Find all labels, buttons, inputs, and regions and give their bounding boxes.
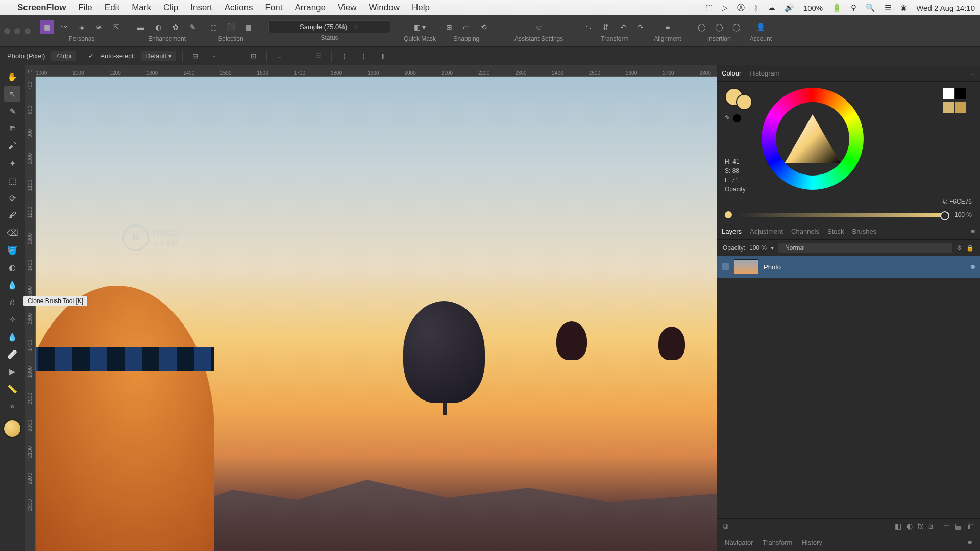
tab-colour[interactable]: Colour	[722, 69, 741, 77]
menu-file[interactable]: File	[78, 3, 92, 13]
healing-tool-icon[interactable]: 🩹	[4, 346, 20, 362]
layer-opacity[interactable]: 100 %	[749, 244, 767, 252]
persona-tone-icon[interactable]: ≋	[92, 20, 106, 34]
wifi-icon[interactable]: ⚲	[851, 3, 856, 12]
cloud-icon[interactable]: ☁	[768, 3, 775, 12]
group-icon[interactable]: ▭	[943, 522, 950, 531]
layer-visible-icon[interactable]	[971, 265, 975, 269]
dist-3-icon[interactable]: ☰	[312, 49, 325, 63]
paint-brush-icon[interactable]: 🖌	[4, 207, 20, 223]
measure-tool-icon[interactable]: 📏	[4, 381, 20, 397]
clone-brush-icon[interactable]: ⎌ Clone Brush Tool [K]	[4, 294, 20, 310]
more-tools-icon[interactable]: »	[4, 398, 20, 414]
lock-icon[interactable]: 🔒	[966, 244, 974, 252]
auto-contrast-icon[interactable]: ◐	[151, 20, 165, 34]
vector-tool-icon[interactable]: ▶	[4, 363, 20, 380]
play-icon[interactable]: ▷	[722, 3, 728, 12]
dist-5-icon[interactable]: ⫿	[357, 49, 371, 63]
fx2-icon[interactable]: fx	[918, 522, 923, 531]
persona-photo-icon[interactable]: ▦	[40, 20, 54, 34]
deselect-icon[interactable]: ⬛	[224, 20, 238, 34]
crop-layer-icon[interactable]: ⧄	[928, 522, 933, 531]
dist-2-icon[interactable]: ≣	[292, 49, 306, 63]
tab-channels[interactable]: Channels	[791, 228, 819, 235]
datetime[interactable]: Wed 2 Aug 14:10	[916, 4, 975, 12]
select-all-icon[interactable]: ⬚	[206, 20, 220, 34]
marquee-tool-icon[interactable]: ⬚	[4, 172, 20, 189]
merge-icon[interactable]: ⧉	[723, 522, 728, 531]
align-4-icon[interactable]: ⊡	[247, 49, 260, 63]
close-dot[interactable]	[4, 28, 10, 34]
insert-1-icon[interactable]: ◯	[695, 20, 709, 34]
fx-icon[interactable]: ⚙	[957, 244, 962, 252]
align-icon[interactable]: ≡	[660, 20, 675, 34]
hex-value[interactable]: F6CE76	[949, 198, 972, 205]
menu-view[interactable]: View	[338, 3, 357, 13]
insert-3-icon[interactable]: ◯	[729, 20, 744, 34]
crop-tool-icon[interactable]: ⧉	[4, 120, 20, 137]
tool-swatch[interactable]	[3, 419, 21, 438]
align-3-icon[interactable]: ⫟	[228, 49, 241, 63]
auto-wb-icon[interactable]: ✎	[186, 20, 200, 34]
canvas[interactable]: R RRCG人人素材	[36, 77, 717, 551]
mini-white[interactable]	[943, 88, 954, 99]
rotate-l-icon[interactable]: ↶	[616, 20, 630, 34]
align-2-icon[interactable]: ⫞	[208, 49, 222, 63]
invert-sel-icon[interactable]: ▦	[241, 20, 255, 34]
adj-icon[interactable]: ◐	[906, 522, 913, 531]
dist-1-icon[interactable]: ≡	[273, 49, 286, 63]
volume-icon[interactable]: 🔊	[785, 3, 794, 12]
mini-c1[interactable]	[943, 102, 954, 113]
bottom-menu-icon[interactable]: ≡	[968, 539, 972, 546]
document-title[interactable]: Sample (75.0%)☆	[268, 20, 390, 33]
snap2-icon[interactable]: ▭	[459, 20, 474, 34]
move-tool-icon[interactable]: ↖	[4, 86, 20, 102]
control-center-icon[interactable]: ☰	[885, 3, 891, 12]
inpaint-tool-icon[interactable]: ✧	[4, 311, 20, 328]
record-icon[interactable]: ⬚	[705, 3, 713, 12]
persona-export-icon[interactable]: ⇱	[109, 20, 124, 34]
selection-brush-icon[interactable]: 🖌	[4, 138, 20, 154]
tab-layers[interactable]: Layers	[722, 228, 742, 235]
blend-mode[interactable]: Normal	[778, 243, 952, 253]
menu-edit[interactable]: Edit	[105, 3, 119, 13]
quickmask-icon[interactable]: ◧ ▾	[413, 20, 427, 34]
mask-icon[interactable]: ◧	[895, 522, 901, 531]
mini-c2[interactable]	[955, 102, 966, 113]
dup-icon[interactable]: ▦	[955, 522, 962, 531]
flip-v-icon[interactable]: ⇵	[599, 20, 613, 34]
layers-menu-icon[interactable]: ≡	[971, 228, 975, 235]
snap3-icon[interactable]: ⟲	[477, 20, 491, 34]
layer-row[interactable]: Photo	[717, 256, 980, 278]
tab-navigator[interactable]: Navigator	[725, 539, 753, 546]
assistant-icon[interactable]: ☺	[532, 20, 546, 34]
tab-histogram[interactable]: Histogram	[749, 69, 779, 77]
flood-select-icon[interactable]: ✦	[4, 155, 20, 171]
tab-transform[interactable]: Transform	[763, 539, 793, 546]
lasso-tool-icon[interactable]: ⟳	[4, 190, 20, 206]
swatch-pair[interactable]	[725, 88, 752, 110]
tab-history[interactable]: History	[801, 539, 822, 546]
liquify-tool-icon[interactable]: 💧	[4, 329, 20, 345]
fill-tool-icon[interactable]: 🪣	[4, 242, 20, 258]
dpi-chip[interactable]: 72dpi	[51, 51, 76, 61]
dodge-tool-icon[interactable]: ◐	[4, 259, 20, 276]
tab-stock[interactable]: Stock	[827, 228, 844, 235]
opacity-slider[interactable]	[737, 213, 949, 217]
tab-adjustment[interactable]: Adjustment	[750, 228, 783, 235]
tab-brushes[interactable]: Brushes	[852, 228, 877, 235]
persona-develop-icon[interactable]: ◈	[75, 20, 89, 34]
delete-icon[interactable]: 🗑	[967, 522, 974, 531]
auto-levels-icon[interactable]: ▬	[134, 20, 148, 34]
picker-icon[interactable]: ✎	[725, 114, 730, 122]
dist-4-icon[interactable]: ⫿	[338, 49, 351, 63]
hand-tool-icon[interactable]: ✋	[4, 68, 20, 85]
menu-insert[interactable]: Insert	[190, 3, 212, 13]
colour-wheel[interactable]	[762, 88, 864, 190]
max-dot[interactable]	[24, 28, 31, 34]
app-name[interactable]: ScreenFlow	[17, 3, 66, 13]
autoselect-check[interactable]: ✓	[88, 52, 94, 60]
erase-brush-icon[interactable]: ⌫	[4, 224, 20, 241]
layer-checkbox[interactable]	[722, 263, 729, 270]
panel-menu-icon[interactable]: ≡	[971, 69, 975, 77]
